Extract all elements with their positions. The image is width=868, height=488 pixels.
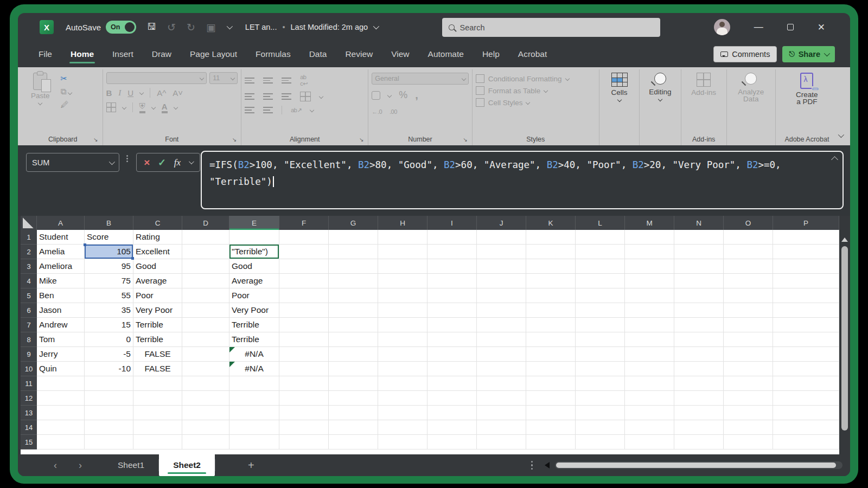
cell-G6[interactable]	[329, 303, 378, 318]
cell-F13[interactable]	[279, 406, 329, 420]
cell-A7[interactable]: Andrew	[37, 318, 85, 332]
row-header-14[interactable]: 14	[21, 420, 37, 435]
cell-B15[interactable]	[85, 435, 133, 450]
cell-D9[interactable]	[182, 347, 229, 362]
cell-D12[interactable]	[182, 391, 229, 406]
cell-I10[interactable]	[427, 362, 477, 376]
cell-N14[interactable]	[674, 420, 724, 435]
column-header-L[interactable]: L	[576, 216, 625, 230]
cell-A2[interactable]: Amelia	[37, 245, 85, 259]
cell-O8[interactable]	[724, 332, 773, 347]
cell-D3[interactable]	[182, 259, 229, 274]
cell-M8[interactable]	[625, 332, 674, 347]
decrease-indent-icon[interactable]	[245, 107, 254, 113]
cell-F9[interactable]	[279, 347, 329, 362]
cell-O4[interactable]	[724, 274, 773, 288]
comma-style-icon[interactable]: ,	[415, 89, 418, 101]
cell-P11[interactable]	[773, 376, 839, 391]
cell-E9[interactable]: #N/A	[229, 347, 279, 362]
wrap-text-icon[interactable]: abc↩	[300, 74, 308, 87]
cell-D11[interactable]	[182, 376, 229, 391]
cell-K2[interactable]	[526, 245, 576, 259]
tab-review[interactable]: Review	[344, 46, 374, 62]
cell-I6[interactable]	[427, 303, 477, 318]
cell-N4[interactable]	[674, 274, 724, 288]
insert-function-icon[interactable]: fx	[174, 157, 181, 168]
column-header-J[interactable]: J	[477, 216, 526, 230]
align-bottom-icon[interactable]	[282, 78, 291, 84]
chevron-down-icon[interactable]	[373, 23, 379, 29]
search-bar[interactable]	[442, 18, 660, 37]
cell-C4[interactable]: Average	[133, 274, 182, 288]
tab-acrobat[interactable]: Acrobat	[517, 46, 548, 62]
cell-J10[interactable]	[477, 362, 526, 376]
sheet-tab-sheet1[interactable]: Sheet1	[104, 454, 158, 476]
column-header-E[interactable]: E	[229, 216, 279, 230]
cell-D6[interactable]	[182, 303, 229, 318]
bold-button[interactable]: B	[106, 88, 112, 98]
cell-B13[interactable]	[85, 406, 133, 420]
cell-K1[interactable]	[526, 230, 576, 245]
cell-K5[interactable]	[526, 288, 576, 303]
paste-button[interactable]: Paste	[27, 70, 54, 107]
cell-O7[interactable]	[724, 318, 773, 332]
cell-B2[interactable]: 105	[85, 245, 133, 259]
cell-N7[interactable]	[674, 318, 724, 332]
cell-F12[interactable]	[279, 391, 329, 406]
cell-N15[interactable]	[674, 435, 724, 450]
font-size-select[interactable]: 11	[209, 72, 238, 84]
cell-K3[interactable]	[526, 259, 576, 274]
editing-button[interactable]: Editing	[644, 70, 675, 103]
cell-C14[interactable]	[133, 420, 182, 435]
cell-O1[interactable]	[724, 230, 773, 245]
cell-N11[interactable]	[674, 376, 724, 391]
cell-F4[interactable]	[279, 274, 329, 288]
cell-F15[interactable]	[279, 435, 329, 450]
cell-D15[interactable]	[182, 435, 229, 450]
cell-P13[interactable]	[773, 406, 839, 420]
search-input[interactable]	[460, 23, 654, 32]
alignment-dialog-launcher-icon[interactable]: ↘	[359, 137, 363, 143]
vertical-scrollbar[interactable]	[839, 216, 850, 454]
cell-G12[interactable]	[329, 391, 378, 406]
collapse-ribbon-chevron-icon[interactable]	[838, 130, 843, 140]
cell-P1[interactable]	[773, 230, 839, 245]
name-box-chevron-icon[interactable]	[109, 158, 115, 164]
cell-K15[interactable]	[526, 435, 576, 450]
cell-F8[interactable]	[279, 332, 329, 347]
font-name-select[interactable]	[106, 72, 207, 84]
cell-K6[interactable]	[526, 303, 576, 318]
cell-J5[interactable]	[477, 288, 526, 303]
cell-E15[interactable]	[229, 435, 279, 450]
cell-D10[interactable]	[182, 362, 229, 376]
column-header-H[interactable]: H	[378, 216, 427, 230]
cell-I9[interactable]	[427, 347, 477, 362]
cell-I15[interactable]	[427, 435, 477, 450]
orientation-icon[interactable]: ab↗	[291, 107, 302, 114]
cell-M3[interactable]	[625, 259, 674, 274]
autosave-toggle[interactable]: On	[106, 21, 136, 34]
cell-L13[interactable]	[576, 406, 625, 420]
cell-F7[interactable]	[279, 318, 329, 332]
next-sheet-icon[interactable]: ›	[79, 460, 82, 471]
cancel-icon[interactable]: ×	[144, 157, 150, 169]
row-header-12[interactable]: 12	[21, 391, 37, 406]
row-header-4[interactable]: 4	[21, 274, 37, 288]
cell-M15[interactable]	[625, 435, 674, 450]
cell-F14[interactable]	[279, 420, 329, 435]
save-icon[interactable]: 🖫	[147, 22, 156, 33]
cell-P5[interactable]	[773, 288, 839, 303]
cell-I4[interactable]	[427, 274, 477, 288]
cell-J6[interactable]	[477, 303, 526, 318]
cell-B12[interactable]	[85, 391, 133, 406]
cell-I12[interactable]	[427, 391, 477, 406]
cell-G4[interactable]	[329, 274, 378, 288]
select-all-button[interactable]	[21, 216, 37, 230]
cell-D8[interactable]	[182, 332, 229, 347]
cell-P14[interactable]	[773, 420, 839, 435]
cell-A9[interactable]: Jerry	[37, 347, 85, 362]
cell-H7[interactable]	[378, 318, 427, 332]
cell-D7[interactable]	[182, 318, 229, 332]
cell-H2[interactable]	[378, 245, 427, 259]
font-dialog-launcher-icon[interactable]: ↘	[232, 137, 237, 143]
